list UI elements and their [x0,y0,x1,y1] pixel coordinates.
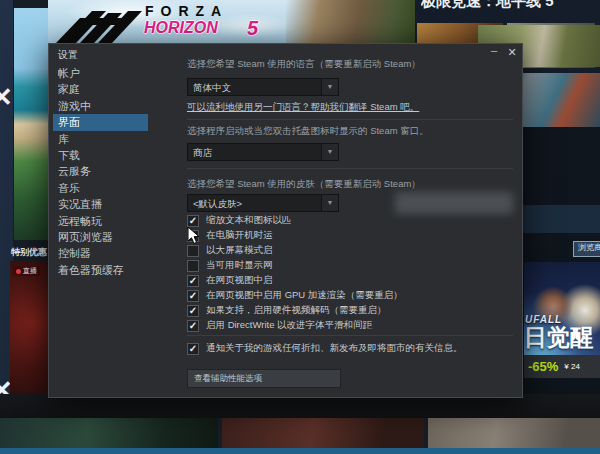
store-game-title-clip: 极限竞速：地平线 5 [421,0,599,14]
checkbox[interactable]: ✓ [187,343,199,355]
chevron-down-icon: ▼ [321,79,338,95]
translate-steam-link[interactable]: 可以流利地使用另一门语言？帮助我们翻译 Steam 吧。 [187,101,419,114]
bottom-thumbnail[interactable] [428,418,600,448]
divider [187,335,513,336]
checkbox-label: 以大屏幕模式启 [206,244,273,257]
checkbox[interactable]: ✓ [187,290,199,302]
mouse-cursor [187,226,201,245]
checkbox-row: ✓如果支持，启用硬件视频解码（需要重启） [187,303,387,318]
settings-dialog: 设置 – ✕ 帐户家庭游戏中界面库下载云服务音乐实况直播远程畅玩网页浏览器控制器… [48,43,523,398]
checkbox-row: ✓缩放文本和图标以匹 [187,213,292,228]
checkbox-label: 在网页视图中启用 GPU 加速渲染（需要重启） [206,289,403,302]
sidebar-item-6[interactable]: 云服务 [53,163,183,179]
bottom-highlight-bar [0,448,600,454]
offer-price: ¥ 24 [558,362,580,371]
checkbox-label: 在网页视图中启 [206,274,273,287]
bottom-thumbnail[interactable] [222,418,424,448]
startup-window-dropdown-value: 商店 [193,147,212,160]
discount-badge: -65% [524,359,558,374]
startup-window-dropdown[interactable]: 商店 ▼ [187,143,339,161]
offer-title-text: 日觉醒 [524,322,593,353]
sidebar-item-7[interactable]: 音乐 [53,180,183,196]
checkbox-label: 如果支持，启用硬件视频解码（需要重启） [206,304,387,317]
sidebar-item-2[interactable]: 游戏中 [53,98,183,114]
sidebar-item-11[interactable]: 控制器 [53,245,183,261]
live-badge-label: 直播 [23,266,37,276]
checkbox-row: 当可用时显示网 [187,258,273,273]
forza-wing-logo [56,5,142,43]
horizon-5-number: 5 [247,17,258,40]
forza-logo-text: FORZA [145,3,228,19]
divider [187,119,513,120]
sidebar-item-4[interactable]: 库 [53,131,183,147]
checkbox[interactable]: ✓ [187,215,199,227]
screen: ✕ ✕ FORZA HORIZON 5 极限竞速：地平线 5 浏览商店 UFAL… [0,0,600,454]
checkbox[interactable]: ✓ [187,320,199,332]
skin-section-label: 选择您希望 Steam 使用的皮肤（需要重新启动 Steam） [187,178,421,191]
settings-content: 选择您希望 Steam 使用的语言（需要重新启动 Steam） 简体中文 ▼ 可… [187,44,517,397]
checkbox[interactable] [187,260,199,272]
language-dropdown-value: 简体中文 [193,82,231,95]
bottom-thumbnail[interactable] [0,418,218,448]
live-dot-icon [16,269,21,274]
browse-store-button[interactable]: 浏览商店 [573,241,600,257]
checkbox-label: 当可用时显示网 [206,259,273,272]
live-badge: 直播 [13,266,40,276]
horizon-logo-text: HORIZON [144,19,218,37]
sidebar-item-10[interactable]: 网页浏览器 [53,229,183,245]
checkbox-label: 启用 DirectWrite 以改进字体平滑和间距 [206,319,372,332]
checkbox[interactable]: ✓ [187,305,199,317]
chevron-down-icon: ▼ [321,195,338,211]
checkbox-label: 缩放文本和图标以匹 [206,214,292,227]
sidebar-item-8[interactable]: 实况直播 [53,196,183,212]
divider [187,168,513,169]
sidebar-item-1[interactable]: 家庭 [53,81,183,97]
chevron-down-icon: ▼ [321,144,338,160]
checkbox-row: ✓启用 DirectWrite 以改进字体平滑和间距 [187,318,372,333]
startup-window-section-label: 选择程序启动或当您双击托盘图标时显示的 Steam 窗口。 [187,125,429,138]
forza-banner: FORZA HORIZON 5 [48,0,416,43]
checkbox-row: ✓在网页视图中启 [187,273,273,288]
checkbox-label: 通知关于我的游戏任何折扣、新发布及即将面市的有关信息。 [206,342,463,355]
checkbox-row: ✓在网页视图中启用 GPU 加速渲染（需要重启） [187,288,403,303]
skin-dropdown[interactable]: <默认皮肤> ▼ [187,194,339,212]
settings-sidebar: 帐户家庭游戏中界面库下载云服务音乐实况直播远程畅玩网页浏览器控制器着色器预缓存 [53,65,183,278]
checkbox-row: ✓通知关于我的游戏任何折扣、新发布及即将面市的有关信息。 [187,341,463,356]
store-info-panel [523,205,600,233]
sidebar-item-9[interactable]: 远程畅玩 [53,213,183,229]
game-capsule-live[interactable]: 直播 [10,261,48,415]
sidebar-item-0[interactable]: 帐户 [53,65,183,81]
checkbox-label: 在电脑开机时运 [206,229,273,242]
accessibility-options-button[interactable]: 查看辅助性能选项 [187,369,341,388]
sidebar-item-3[interactable]: 界面 [53,114,148,130]
language-section-label: 选择您希望 Steam 使用的语言（需要重新启动 Steam） [187,58,421,71]
blurred-region [395,192,513,214]
checkbox[interactable] [187,245,199,257]
special-offers-label: 特别优惠 [11,246,47,259]
game-capsule-forza[interactable] [14,8,48,240]
checkbox[interactable]: ✓ [187,275,199,287]
checkbox-row: 以大屏幕模式启 [187,243,273,258]
sidebar-item-5[interactable]: 下载 [53,147,183,163]
store-game-title: 极限竞速：地平线 5 [421,0,554,11]
language-dropdown[interactable]: 简体中文 ▼ [187,78,339,96]
special-offer-capsule[interactable]: UFALL 日觉醒 -65% ¥ 24 [524,262,600,378]
sidebar-item-12[interactable]: 着色器预缓存 [53,262,183,278]
close-icon[interactable]: ✕ [0,84,13,110]
dialog-title: 设置 [58,48,78,62]
banner-cliff [286,0,416,43]
offer-price-bar: -65% ¥ 24 [524,355,600,378]
skin-dropdown-value: <默认皮肤> [193,198,242,211]
